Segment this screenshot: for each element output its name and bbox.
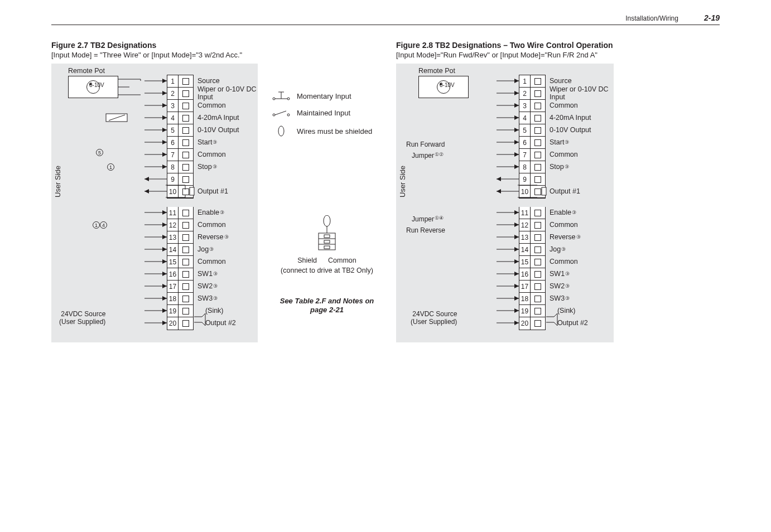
- svg-marker-97: [514, 259, 519, 264]
- terminal-row: 20: [167, 317, 193, 330]
- terminal-label: SW3③: [550, 292, 614, 304]
- terminal-label: Reverse③: [197, 231, 258, 243]
- pot-range: 0-10V: [440, 82, 455, 88]
- terminal-label: SW3③: [197, 292, 258, 304]
- svg-marker-89: [514, 210, 519, 215]
- terminal-label: Start③: [197, 136, 258, 148]
- terminal-labels: SourceWiper or 0-10V DC InputCommon4-20m…: [550, 75, 614, 329]
- terminal-row: 14: [167, 244, 193, 256]
- svg-marker-105: [514, 308, 519, 313]
- terminal-label: SW1③: [197, 268, 258, 280]
- legend-shield-label: Shield: [297, 257, 317, 264]
- terminal-row: 13: [519, 231, 545, 244]
- svg-marker-71: [514, 91, 519, 95]
- page-header: Installation/Wiring 2-19: [51, 13, 720, 25]
- diagram-left: Remote Pot 0-10V User Side 5 1 14 123456…: [51, 64, 258, 342]
- svg-marker-93: [514, 235, 519, 239]
- svg-marker-75: [514, 115, 519, 120]
- svg-marker-25: [162, 235, 167, 239]
- terminal-row: 1: [519, 75, 545, 88]
- svg-marker-107: [514, 321, 519, 325]
- terminal-row: 4: [519, 112, 545, 124]
- svg-marker-5: [162, 103, 167, 108]
- terminal-row: 7: [519, 149, 545, 161]
- terminal-row: 18: [167, 293, 193, 305]
- terminal-label: Stop③: [197, 161, 258, 173]
- terminal-label: Enable③: [197, 206, 258, 219]
- terminal-label: SW2③: [197, 280, 258, 292]
- run-reverse-label: Run Reverse: [406, 226, 445, 234]
- vdc-source-label: 24VDC Source (User Supplied): [59, 310, 105, 326]
- svg-marker-85: [497, 177, 501, 181]
- terminal-row: 19: [519, 305, 545, 317]
- note-5-icon: 5: [96, 148, 103, 156]
- terminal-label: Output #1: [197, 185, 258, 197]
- note-1-icon: 1: [107, 163, 114, 171]
- svg-marker-101: [514, 284, 519, 288]
- terminal-row: 17: [519, 280, 545, 293]
- svg-rect-44: [106, 114, 127, 122]
- terminal-strip: 1234567891011121314151617181920: [519, 75, 546, 330]
- terminal-label: Common: [550, 219, 614, 231]
- terminal-label: Stop③: [550, 161, 614, 173]
- terminal-row: 9: [519, 173, 545, 186]
- remote-pot-label: Remote Pot: [68, 67, 105, 75]
- svg-marker-27: [162, 247, 167, 252]
- legend-connect-note: (connect to drive at TB2 Only): [281, 267, 373, 274]
- svg-marker-21: [162, 210, 167, 215]
- terminal-label: Common: [197, 148, 258, 161]
- figure-subtitle: [Input Mode] = "Three Wire" or [Input Mo…: [51, 51, 258, 59]
- terminal-label: Common: [550, 99, 614, 112]
- figure-2-7: Figure 2.7 TB2 Designations [Input Mode]…: [51, 41, 258, 342]
- terminal-row: 15: [519, 256, 545, 268]
- svg-marker-39: [162, 321, 167, 325]
- terminal-label: Output #1: [550, 185, 614, 197]
- terminal-strip: 1234567891011121314151617181920: [167, 75, 194, 330]
- terminal-label: Common: [550, 148, 614, 161]
- terminal-label: Common: [197, 99, 258, 112]
- terminal-row: 2: [167, 88, 193, 100]
- terminal-row: 3: [167, 100, 193, 112]
- terminal-label: SW1③: [550, 268, 614, 280]
- legend-common-label: Common: [328, 257, 356, 264]
- svg-marker-73: [514, 103, 519, 108]
- run-forward-label: Run Forward: [406, 141, 445, 148]
- page-number: 2-19: [704, 13, 720, 22]
- terminal-label: Common: [550, 255, 614, 268]
- terminal-row: 16: [519, 268, 545, 280]
- terminal-row: 10: [167, 186, 193, 198]
- jumper-12-label: Jumper①②: [412, 152, 444, 159]
- momentary-switch-icon: [271, 91, 291, 101]
- user-side-label: User Side: [54, 166, 62, 197]
- diagram-right: Remote Pot 0-10V User Side Run Forward J…: [396, 64, 614, 342]
- jumper-14-label: Jumper①④: [412, 215, 444, 223]
- terminal-row: 17: [167, 280, 193, 293]
- terminal-row: 13: [167, 231, 193, 244]
- svg-marker-31: [162, 272, 167, 276]
- maintained-switch-icon: [271, 109, 291, 117]
- svg-marker-95: [514, 247, 519, 252]
- terminal-row: 15: [167, 256, 193, 268]
- svg-marker-29: [162, 259, 167, 264]
- svg-marker-1: [162, 79, 167, 83]
- svg-marker-37: [162, 308, 167, 313]
- pot-range: 0-10V: [89, 82, 104, 88]
- svg-marker-79: [514, 140, 519, 144]
- legend-momentary: Momentary Input: [297, 92, 351, 100]
- shield-icon: [271, 125, 291, 137]
- svg-marker-9: [162, 128, 167, 132]
- see-table-note: See Table 2.F and Notes on page 2-21: [271, 297, 383, 315]
- svg-marker-77: [514, 128, 519, 132]
- svg-marker-7: [162, 115, 167, 120]
- svg-marker-19: [144, 189, 149, 194]
- vdc-source-label: 24VDC Source (User Supplied): [411, 310, 457, 326]
- svg-point-56: [273, 114, 275, 116]
- svg-marker-23: [162, 223, 167, 227]
- svg-marker-69: [514, 79, 519, 83]
- note-14-icon: 14: [93, 221, 107, 229]
- svg-marker-81: [514, 152, 519, 157]
- remote-pot-label: Remote Pot: [418, 67, 455, 75]
- terminal-row: 6: [519, 137, 545, 149]
- svg-marker-15: [162, 165, 167, 169]
- terminal-row: 19: [167, 305, 193, 317]
